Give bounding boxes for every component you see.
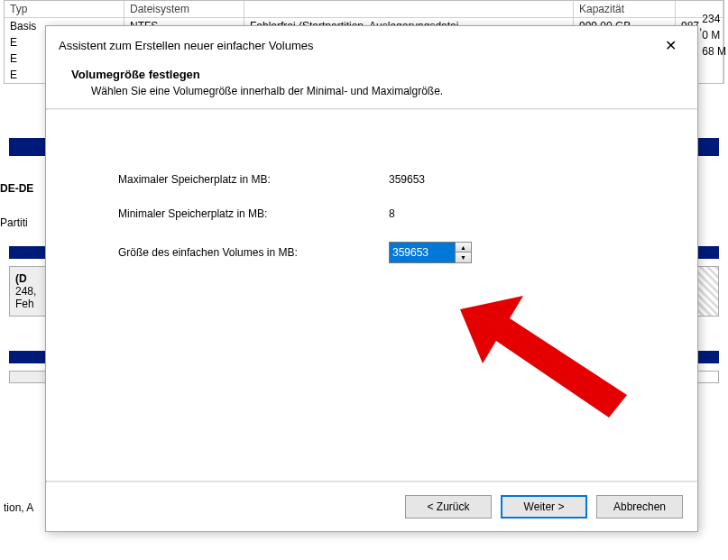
chevron-up-icon: ▲ [460,244,466,251]
separator [46,481,697,482]
dialog-title: Assistent zum Erstellen neuer einfacher … [59,39,314,52]
col-filesystem: Dateisystem [124,1,244,18]
col-layout: Typ [5,1,124,18]
max-space-label: Maximaler Speicherplatz in MB: [118,173,389,186]
close-button[interactable]: ✕ [652,33,688,57]
cancel-button[interactable]: Abbrechen [596,495,683,519]
wizard-step-subheading: Wählen Sie eine Volumegröße innerhalb de… [71,85,672,97]
next-button[interactable]: Weiter > [501,495,587,519]
right-value-strip: 234 0 M 68 M [702,11,726,60]
volume-size-label: Größe des einfachen Volumes in MB: [118,246,389,259]
volume-size-input[interactable] [389,242,456,263]
max-space-value: 359653 [389,173,533,186]
spin-down-button[interactable]: ▼ [456,252,471,262]
volume-size-spinner[interactable]: ▲ ▼ [389,242,479,263]
chevron-down-icon: ▼ [460,254,466,261]
col-capacity: Kapazität [574,1,676,18]
close-icon: ✕ [665,37,677,54]
col-status [244,1,574,18]
wizard-step-heading: Volumegröße festlegen [71,68,672,81]
back-button[interactable]: < Zurück [405,495,492,519]
footer-fragment: tion, A [4,501,33,514]
min-space-label: Minimaler Speicherplatz in MB: [118,207,389,220]
new-simple-volume-wizard-dialog: Assistent zum Erstellen neuer einfacher … [45,25,698,532]
spin-up-button[interactable]: ▲ [456,243,471,252]
min-space-value: 8 [389,207,533,220]
disk-left-labels: DE-DE Partiti [0,180,33,231]
